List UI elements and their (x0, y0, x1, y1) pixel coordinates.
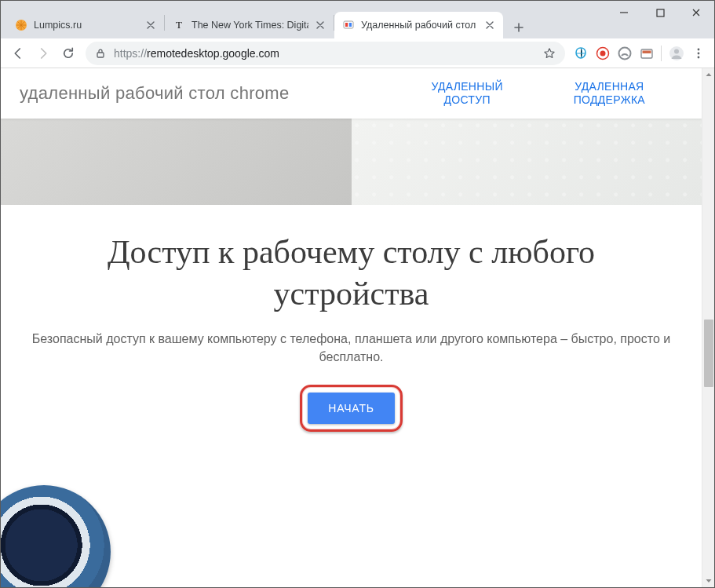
tab-remote-desktop[interactable]: Удаленный рабочий стол C (334, 12, 503, 38)
svg-rect-4 (349, 23, 352, 27)
site-header: удаленный рабочий стол chrome УДАЛЕННЫЙ … (1, 68, 702, 119)
bookmark-star-icon[interactable] (543, 47, 556, 60)
close-icon[interactable] (315, 20, 326, 31)
tab-nytimes[interactable]: T The New York Times: Digital (165, 12, 334, 38)
page-viewport: удаленный рабочий стол chrome УДАЛЕННЫЙ … (1, 68, 714, 587)
tab-strip: Lumpics.ru T The New York Times: Digital… (1, 1, 530, 38)
browser-toolbar: https://remotedesktop.google.com (1, 38, 714, 68)
svg-rect-3 (345, 23, 348, 27)
tab-title: The New York Times: Digital (192, 20, 308, 31)
svg-rect-6 (97, 53, 104, 57)
favicon-lumpics (15, 19, 27, 31)
close-icon[interactable] (145, 20, 156, 31)
svg-point-14 (674, 49, 679, 53)
extension-icon-2[interactable] (593, 44, 612, 63)
url-text: https://remotedesktop.google.com (114, 47, 535, 60)
svg-rect-2 (344, 21, 353, 28)
extension-icon-1[interactable] (571, 44, 590, 63)
brand-prefix: удаленный рабочий стол (20, 83, 230, 103)
svg-point-15 (698, 48, 700, 50)
tab-title: Lumpics.ru (34, 20, 139, 31)
back-button[interactable] (5, 41, 31, 66)
subheadline: Безопасный доступ к вашему компьютеру с … (20, 330, 683, 366)
svg-point-8 (600, 50, 606, 56)
url-host: remotedesktop.google.com (147, 47, 279, 60)
url-protocol: https:// (114, 47, 147, 60)
reload-button[interactable] (56, 41, 81, 66)
forward-button[interactable] (31, 41, 56, 66)
favicon-remote-desktop (342, 19, 355, 31)
hero-image-band (1, 119, 702, 205)
tab-lumpics[interactable]: Lumpics.ru (7, 12, 164, 38)
address-bar[interactable]: https://remotedesktop.google.com (86, 42, 565, 65)
maximize-button[interactable] (642, 1, 678, 24)
scroll-thumb[interactable] (704, 320, 713, 387)
tab-title: Удаленный рабочий стол C (361, 20, 478, 31)
scroll-up-arrow-icon[interactable] (702, 68, 714, 81)
hero-image-right (352, 119, 702, 205)
link-remote-support[interactable]: УДАЛЕННАЯ ПОДДЕРЖКА (574, 80, 645, 108)
link-remote-access[interactable]: УДАЛЕННЫЙ ДОСТУП (431, 80, 502, 108)
extension-icons (570, 44, 710, 63)
lock-icon (95, 48, 106, 59)
svg-rect-11 (643, 50, 651, 53)
close-window-button[interactable] (678, 1, 714, 24)
profile-avatar[interactable] (667, 44, 686, 63)
extension-icon-3[interactable] (615, 44, 634, 63)
page-content: удаленный рабочий стол chrome УДАЛЕННЫЙ … (1, 68, 702, 587)
brand-suffix: chrome (230, 83, 289, 103)
vertical-scrollbar[interactable] (702, 68, 714, 587)
scroll-down-arrow-icon[interactable] (702, 575, 714, 587)
brand-title: удаленный рабочий стол chrome (20, 83, 290, 104)
favicon-nytimes: T (173, 19, 185, 31)
hero-image-left (1, 119, 352, 205)
close-icon[interactable] (484, 20, 495, 31)
minimize-button[interactable] (606, 1, 642, 24)
svg-rect-12 (661, 46, 662, 61)
window-controls (606, 1, 714, 27)
decorative-coffee-cup (1, 485, 111, 587)
svg-point-16 (698, 52, 700, 54)
extension-icon-4[interactable] (637, 44, 656, 63)
svg-text:T: T (176, 19, 182, 31)
cta-highlight-ring: НАЧАТЬ (300, 385, 402, 432)
extension-separator (659, 44, 664, 63)
window-titlebar: Lumpics.ru T The New York Times: Digital… (1, 1, 714, 38)
main-section: Доступ к рабочему столу с любого устройс… (1, 205, 702, 463)
header-links: УДАЛЕННЫЙ ДОСТУП УДАЛЕННАЯ ПОДДЕРЖКА (431, 80, 683, 108)
start-button[interactable]: НАЧАТЬ (308, 393, 394, 424)
new-tab-button[interactable] (508, 16, 530, 38)
kebab-menu-icon[interactable] (689, 44, 708, 63)
svg-point-17 (698, 56, 700, 58)
headline: Доступ к рабочему столу с любого устройс… (38, 232, 666, 314)
svg-rect-5 (657, 9, 664, 16)
